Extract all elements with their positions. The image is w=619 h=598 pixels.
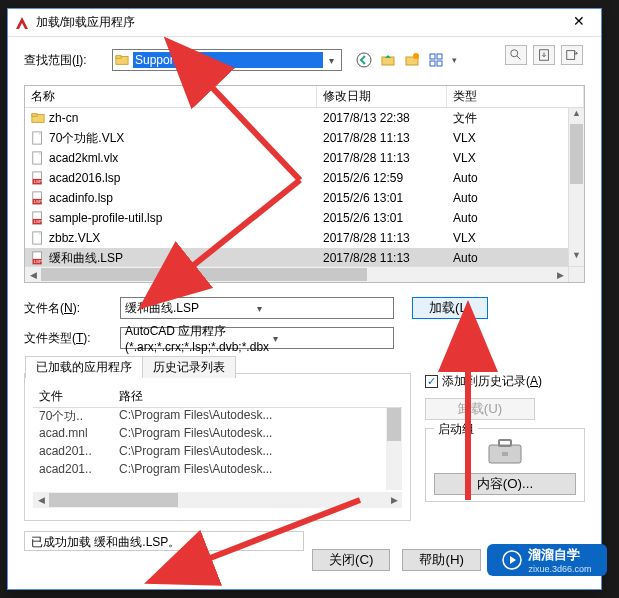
horizontal-scrollbar[interactable]: ◀ ▶ [25,266,568,282]
svg-rect-15 [567,51,575,60]
views-icon[interactable] [428,52,444,68]
file-date: 2017/8/28 11:13 [317,251,447,265]
file-type: Auto [447,171,568,185]
new-folder-icon[interactable] [404,52,420,68]
scroll-up-icon[interactable]: ▲ [569,108,584,124]
col-name-header[interactable]: 名称 [25,86,317,107]
unload-button[interactable]: 卸载(U) [425,398,535,420]
svg-rect-37 [499,440,511,446]
loaded-col-path[interactable]: 路径 [113,386,402,407]
filename-value: 缓和曲线.LSP [125,300,253,317]
lsp-icon: LSP [31,211,45,225]
loaded-col-file[interactable]: 文件 [33,386,113,407]
scroll-thumb[interactable] [570,124,583,184]
help-button[interactable]: 帮助(H) [402,549,481,571]
file-type: Auto [447,251,568,265]
loaded-row[interactable]: acad201..C:\Program Files\Autodesk... [33,462,402,480]
file-row[interactable]: LSPacad2016.lsp2015/2/6 12:59Auto [25,168,568,188]
file-type: Auto [447,211,568,225]
loaded-hscroll[interactable]: ◀ ▶ [33,492,402,508]
hscroll-thumb[interactable] [41,268,367,281]
col-date-header[interactable]: 修改日期 [317,86,447,107]
svg-rect-8 [430,54,435,59]
loaded-body[interactable]: 70个功..C:\Program Files\Autodesk...acad.m… [33,408,402,490]
chevron-down-icon[interactable]: ▾ [323,55,339,66]
svg-rect-5 [382,57,394,65]
scroll-down-icon[interactable]: ▼ [569,250,584,266]
status-bar: 已成功加载 缓和曲线.LSP。 [24,531,304,551]
close-icon[interactable]: ✕ [557,9,601,37]
loaded-file: acad.mnl [33,426,113,444]
startup-group: 启动组 内容(O)... [425,428,585,502]
views-dropdown-icon[interactable]: ▾ [452,55,457,65]
export-tool-icon[interactable] [561,45,583,65]
file-row[interactable]: zbbz.VLX2017/8/28 11:13VLX [25,228,568,248]
add-history-label: 添加到历史记录(A) [442,373,542,390]
download-tool-icon[interactable] [533,45,555,65]
lsp-icon: LSP [31,191,45,205]
lookin-input[interactable] [133,52,323,68]
svg-rect-17 [32,114,37,117]
file-name: acad2016.lsp [49,171,120,185]
file-type: VLX [447,151,568,165]
filetype-select[interactable]: AutoCAD 应用程序(*.arx;*.crx;*.lsp;*.dvb;*.d… [120,327,394,349]
load-button[interactable]: 加载(L) [412,297,488,319]
file-type: Auto [447,191,568,205]
loaded-row[interactable]: acad.mnlC:\Program Files\Autodesk... [33,426,402,444]
file-row[interactable]: acad2kml.vlx2017/8/28 11:13VLX [25,148,568,168]
toolbar-right [505,45,583,65]
search-tool-icon[interactable] [505,45,527,65]
nav-icons: ▾ [356,52,457,68]
vertical-scrollbar[interactable]: ▲ ▼ [568,108,584,266]
file-date: 2015/2/6 13:01 [317,211,447,225]
scroll-corner [568,266,584,282]
scroll-thumb[interactable] [387,408,401,441]
svg-point-4 [357,53,371,67]
lookin-label: 查找范围(I): [24,52,112,69]
filetype-label: 文件类型(T): [24,330,120,347]
hscroll-thumb[interactable] [49,493,178,507]
lower-area: 已加载的应用程序 历史记录列表 文件 路径 70个功..C:\Program F… [24,373,585,521]
svg-line-13 [517,56,521,60]
chevron-down-icon[interactable]: ▾ [253,303,389,314]
file-row[interactable]: LSPsample-profile-util.lsp2015/2/6 13:01… [25,208,568,228]
back-icon[interactable] [356,52,372,68]
scroll-right-icon[interactable]: ▶ [386,492,402,508]
loaded-apps-group: 已加载的应用程序 历史记录列表 文件 路径 70个功..C:\Program F… [24,373,411,521]
loaded-row[interactable]: 70个功..C:\Program Files\Autodesk... [33,408,402,426]
file-name: acad2kml.vlx [49,151,118,165]
svg-text:LSP: LSP [34,199,42,204]
filetype-value: AutoCAD 应用程序(*.arx;*.crx;*.lsp;*.dvb;*.d… [125,323,269,354]
file-name: zh-cn [49,111,78,125]
loaded-header: 文件 路径 [33,386,402,408]
file-list-body[interactable]: zh-cn2017/8/13 22:38文件70个功能.VLX2017/8/28… [25,108,568,266]
filename-select[interactable]: 缓和曲线.LSP ▾ [120,297,394,319]
file-row[interactable]: 70个功能.VLX2017/8/28 11:13VLX [25,128,568,148]
titlebar[interactable]: 加载/卸载应用程序 ✕ [8,9,601,37]
tab-history[interactable]: 历史记录列表 [142,356,236,378]
contents-button[interactable]: 内容(O)... [434,473,576,495]
loaded-row[interactable]: acad201..C:\Program Files\Autodesk... [33,444,402,462]
svg-rect-11 [437,61,442,66]
add-history-checkbox[interactable]: ✓ 添加到历史记录(A) [425,373,585,390]
scroll-left-icon[interactable]: ◀ [33,492,49,508]
briefcase-icon[interactable] [485,437,525,467]
file-row[interactable]: LSPacadinfo.lsp2015/2/6 13:01Auto [25,188,568,208]
loaded-file: acad201.. [33,462,113,480]
svg-rect-9 [437,54,442,59]
file-row[interactable]: LSP缓和曲线.LSP2017/8/28 11:13Auto [25,248,568,266]
file-row[interactable]: zh-cn2017/8/13 22:38文件 [25,108,568,128]
col-type-header[interactable]: 类型 [447,86,584,107]
tab-loaded[interactable]: 已加载的应用程序 [25,356,143,378]
file-list: 名称 修改日期 类型 zh-cn2017/8/13 22:38文件70个功能.V… [24,85,585,283]
loaded-vscroll[interactable] [386,408,402,490]
file-name: 70个功能.VLX [49,130,124,147]
vlx-icon [31,151,45,165]
filetype-row: 文件类型(T): AutoCAD 应用程序(*.arx;*.crx;*.lsp;… [24,327,585,349]
close-button[interactable]: 关闭(C) [312,549,391,571]
chevron-down-icon[interactable]: ▾ [269,333,389,344]
scroll-left-icon[interactable]: ◀ [25,267,41,282]
lookin-combo[interactable]: ▾ [112,49,342,71]
up-folder-icon[interactable] [380,52,396,68]
scroll-right-icon[interactable]: ▶ [552,267,568,282]
